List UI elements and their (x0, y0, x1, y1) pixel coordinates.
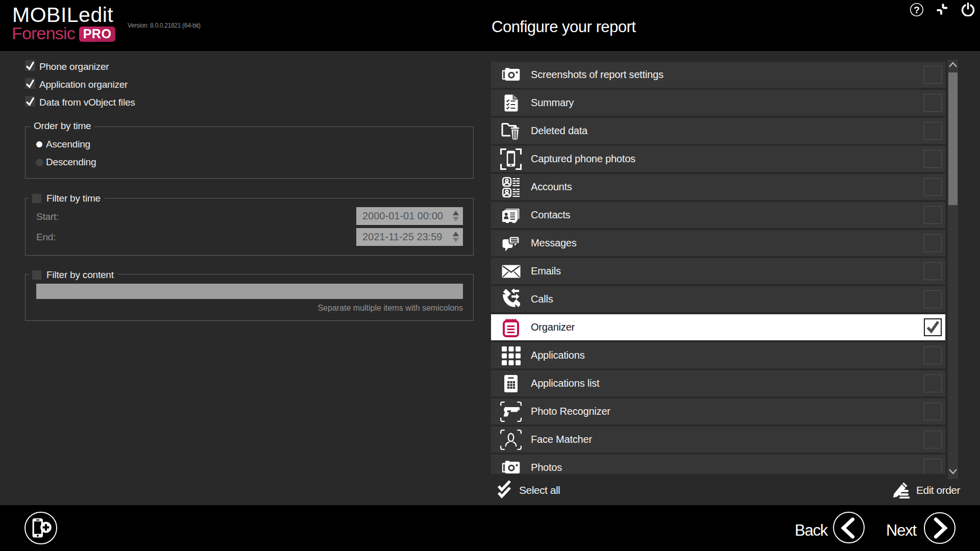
svg-text:?: ? (914, 5, 920, 15)
